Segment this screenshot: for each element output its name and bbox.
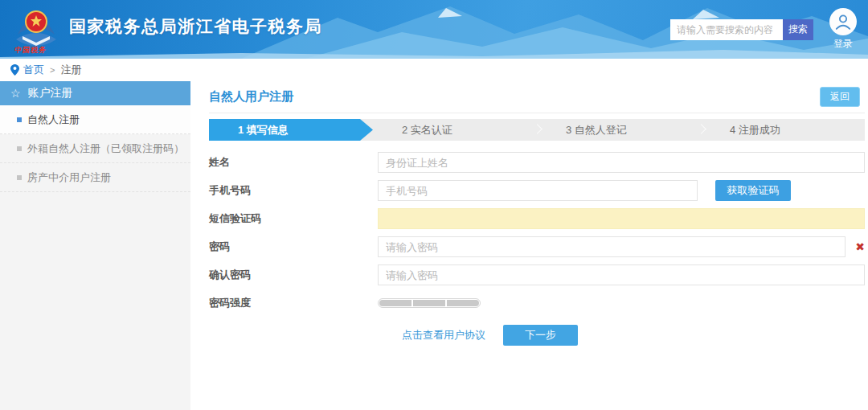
strength-segment [379, 300, 411, 306]
main-content: 自然人用户注册 返回 1 填写信息 2 实名认证 3 自然人登记 4 注册成功 [190, 81, 868, 410]
form-footer: 点击查看用户协议 下一步 [402, 325, 865, 346]
password-strength-meter [378, 298, 481, 308]
next-step-button[interactable]: 下一步 [503, 325, 578, 346]
sms-code-label: 短信验证码 [209, 211, 378, 226]
strength-segment [413, 300, 445, 306]
page: 中国税务 国家税务总局浙江省电子税务局 搜索 登录 [0, 0, 868, 410]
header: 中国税务 国家税务总局浙江省电子税务局 搜索 登录 [0, 0, 868, 59]
logo-caption: 中国税务 [14, 45, 60, 55]
sidebar-header-account-register[interactable]: ☆ 账户注册 [0, 81, 190, 105]
phone-control: 获取验证码 [378, 180, 865, 201]
sidebar-item-foreign-natural-person-register[interactable]: 外籍自然人注册（已领取注册码） [0, 134, 190, 163]
form-row-name: 姓名 [209, 152, 865, 173]
form-row-confirm-password: 确认密码 [209, 264, 865, 285]
step-2-real-name-auth: 2 实名认证 [373, 119, 537, 141]
sidebar-item-label: 外籍自然人注册（已领取注册码） [27, 141, 184, 156]
strength-segment [447, 300, 479, 306]
get-verification-code-button[interactable]: 获取验证码 [715, 180, 791, 201]
sidebar-header-label: 账户注册 [28, 86, 73, 100]
sidebar-list: 自然人注册 外籍自然人注册（已领取注册码） 房产中介用户注册 [0, 105, 190, 192]
name-input[interactable] [378, 152, 865, 173]
sidebar-item-label: 自然人注册 [27, 113, 80, 127]
sidebar-item-natural-person-register[interactable]: 自然人注册 [0, 105, 190, 134]
step-label: 4 注册成功 [730, 123, 780, 137]
phone-input[interactable] [378, 180, 698, 201]
location-pin-icon [10, 64, 19, 76]
bullet-icon [17, 175, 22, 180]
step-label: 1 填写信息 [238, 123, 289, 137]
step-label: 2 实名认证 [402, 123, 452, 137]
step-label: 3 自然人登记 [566, 123, 627, 137]
brand: 中国税务 国家税务总局浙江省电子税务局 [11, 2, 322, 57]
form-row-sms-code: 短信验证码 [209, 208, 865, 229]
site-title: 国家税务总局浙江省电子税务局 [69, 15, 322, 38]
search-input[interactable] [670, 19, 783, 40]
breadcrumb-separator: > [50, 65, 55, 75]
header-right: 搜索 登录 [670, 8, 860, 51]
user-icon [834, 13, 852, 31]
breadcrumb-current: 注册 [60, 63, 81, 77]
form-row-phone: 手机号码 获取验证码 [209, 180, 865, 201]
password-input[interactable] [378, 236, 845, 257]
registration-form: 姓名 手机号码 获取验证码 短信验证码 [209, 152, 865, 346]
main-header: 自然人用户注册 返回 [209, 81, 865, 113]
form-row-password: 密码 ✖ [209, 236, 865, 257]
confirm-password-input[interactable] [378, 264, 865, 285]
step-wizard: 1 填写信息 2 实名认证 3 自然人登记 4 注册成功 [209, 119, 865, 141]
page-title: 自然人用户注册 [209, 89, 293, 105]
confirm-password-label: 确认密码 [209, 268, 378, 282]
sidebar-item-real-estate-agency-register[interactable]: 房产中介用户注册 [0, 163, 190, 192]
step-3-natural-person-registration: 3 自然人登记 [537, 119, 701, 141]
user-agreement-link[interactable]: 点击查看用户协议 [402, 328, 485, 342]
password-strength-control [378, 298, 865, 308]
phone-label: 手机号码 [209, 183, 378, 198]
breadcrumb: 首页 > 注册 [0, 59, 868, 81]
bullet-icon [17, 146, 22, 151]
name-control [378, 152, 865, 173]
bullet-icon [17, 117, 22, 122]
breadcrumb-home-link[interactable]: 首页 [23, 63, 44, 77]
sms-code-input[interactable] [378, 208, 865, 229]
search-box: 搜索 [670, 19, 813, 40]
tax-emblem-logo: 中国税务 [11, 4, 61, 57]
step-1-fill-info: 1 填写信息 [209, 119, 373, 141]
login-label[interactable]: 登录 [833, 37, 853, 51]
sidebar-item-label: 房产中介用户注册 [27, 170, 111, 185]
name-label: 姓名 [209, 155, 378, 170]
password-label: 密码 [209, 240, 378, 254]
step-4-register-success: 4 注册成功 [701, 119, 865, 141]
password-error-icon: ✖ [855, 241, 865, 252]
login-box[interactable]: 登录 [829, 8, 857, 51]
back-button[interactable]: 返回 [820, 87, 860, 107]
avatar[interactable] [829, 8, 857, 35]
star-icon: ☆ [10, 87, 21, 100]
sms-code-control [378, 208, 865, 229]
sidebar: ☆ 账户注册 自然人注册 外籍自然人注册（已领取注册码） 房产中介用户注册 [0, 81, 190, 410]
password-control: ✖ [378, 236, 865, 257]
body-row: ☆ 账户注册 自然人注册 外籍自然人注册（已领取注册码） 房产中介用户注册 [0, 81, 868, 410]
confirm-password-control [378, 264, 865, 285]
password-strength-label: 密码强度 [209, 296, 378, 310]
search-button[interactable]: 搜索 [783, 19, 813, 40]
form-row-password-strength: 密码强度 [209, 293, 865, 314]
